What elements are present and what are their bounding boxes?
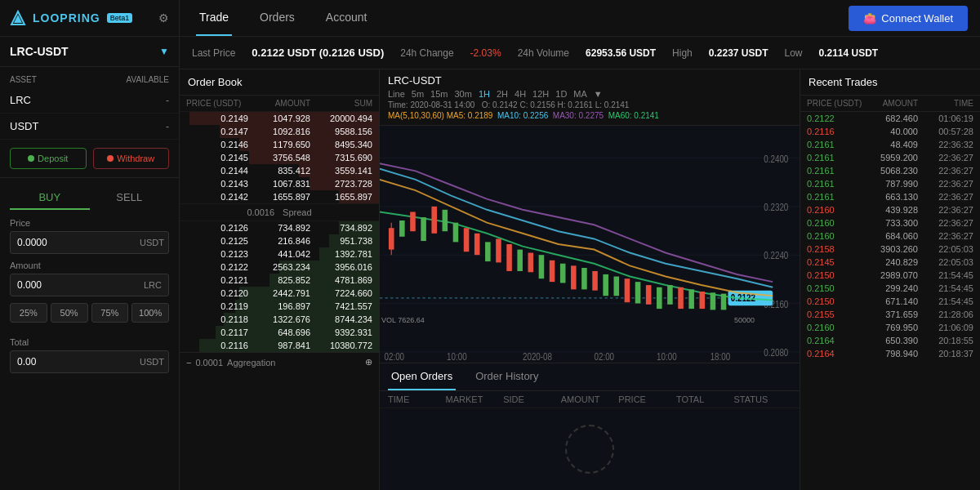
pair-selector[interactable]: LRC-USDT ▼: [0, 37, 179, 67]
total-input[interactable]: [17, 356, 140, 368]
ob-buy-amount: 1322.676: [248, 314, 310, 324]
buy-order-row[interactable]: 0.2121 825.852 4781.869: [180, 274, 379, 287]
tv-30m[interactable]: 30m: [454, 89, 471, 99]
last-price-label: Last Price: [192, 47, 235, 59]
content-area: LRC-USDT ▼ ASSET AVAILABLE LRC - USDT - …: [0, 37, 980, 490]
sell-order-row[interactable]: 0.2149 1047.928 20000.494: [180, 112, 379, 125]
buy-order-row[interactable]: 0.2117 648.696 9392.931: [180, 326, 379, 339]
svg-rect-38: [614, 277, 620, 296]
ob-buy-amount: 196.897: [248, 301, 310, 311]
trade-price: 0.2161: [807, 192, 862, 202]
nav-tab-trade[interactable]: Trade: [196, 0, 232, 36]
pct-50-button[interactable]: 50%: [51, 303, 88, 323]
svg-rect-35: [581, 268, 587, 289]
tv-12h[interactable]: 12H: [532, 89, 549, 99]
trade-row: 0.2161 663.130 22:36:27: [800, 190, 980, 203]
total-section: Total USDT: [0, 337, 179, 380]
trade-amount: 798.940: [862, 349, 918, 359]
amount-unit: LRC: [144, 280, 162, 290]
sell-tab[interactable]: SELL: [90, 186, 170, 210]
tv-4h[interactable]: 4H: [514, 89, 526, 99]
svg-rect-33: [560, 264, 566, 283]
svg-rect-41: [646, 285, 652, 305]
tv-ma10-label: MA10: 0.2256: [497, 111, 548, 120]
ob-buy-amount: 648.696: [248, 327, 310, 337]
rt-amount-header: AMOUNT: [862, 99, 918, 108]
buy-order-row[interactable]: 0.2118 1322.676 8744.234: [180, 313, 379, 326]
pct-75-button[interactable]: 75%: [91, 303, 129, 323]
sell-order-row[interactable]: 0.2147 1092.816 9588.156: [180, 125, 379, 138]
order-history-tab[interactable]: Order History: [472, 363, 541, 390]
tv-ma-arrow-icon[interactable]: ▼: [594, 89, 603, 99]
total-input-row[interactable]: USDT: [10, 350, 169, 373]
ob-sell-sum: 8495.340: [310, 140, 372, 149]
ob-sell-amount: 1067.831: [248, 179, 310, 189]
buy-order-row[interactable]: 0.2126 734.892 734.892: [180, 221, 379, 234]
ob-buy-sum: 734.892: [310, 223, 372, 233]
nav-tab-account[interactable]: Account: [323, 0, 371, 36]
trade-time: 22:36:32: [918, 140, 973, 149]
buy-order-row[interactable]: 0.2116 987.841 10380.772: [180, 339, 379, 352]
sell-order-row[interactable]: 0.2146 1179.650 8495.340: [180, 138, 379, 151]
logo-area: LOOPRING Beta1 ⚙: [0, 0, 180, 36]
tv-15m[interactable]: 15m: [430, 89, 448, 99]
agg-minus-icon[interactable]: −: [186, 358, 191, 368]
trade-row: 0.2122 682.460 01:06:19: [800, 112, 980, 125]
price-input[interactable]: [17, 237, 140, 248]
tv-ma5-label: MA(5,10,30,60) MA5: 0.2189: [388, 111, 492, 120]
agg-plus-icon[interactable]: ⊕: [365, 357, 372, 368]
tv-line[interactable]: Line: [388, 89, 405, 99]
gear-icon[interactable]: ⚙: [158, 11, 169, 24]
tv-1h[interactable]: 1H: [479, 89, 490, 99]
trade-row: 0.2161 48.409 22:36:32: [800, 138, 980, 151]
chart-area: 0.2400 0.2320 0.2240 0.2160 0.2080 0.212…: [380, 126, 800, 363]
svg-rect-39: [625, 278, 630, 302]
withdraw-button[interactable]: Withdraw: [93, 148, 170, 169]
trade-price: 0.2155: [807, 310, 862, 319]
ob-buy-price: 0.2119: [186, 301, 248, 311]
tv-ma[interactable]: MA: [573, 89, 587, 99]
amount-input-row[interactable]: LRC: [10, 274, 169, 296]
trade-time: 01:06:19: [918, 114, 973, 123]
logo-icon: [10, 10, 26, 26]
last-price: 0.2122 USDT (0.2126 USD): [252, 47, 384, 59]
tv-1d[interactable]: 1D: [555, 89, 567, 99]
tv-5m[interactable]: 5m: [412, 89, 424, 99]
sell-order-row[interactable]: 0.2143 1067.831 2723.728: [180, 177, 379, 190]
trade-amount: 684.060: [862, 231, 918, 241]
pct-100-button[interactable]: 100%: [131, 303, 169, 323]
pct-25-button[interactable]: 25%: [10, 303, 47, 323]
price-input-row[interactable]: USDT: [10, 231, 169, 254]
ob-buy-sum: 1392.781: [310, 249, 372, 259]
svg-text:0.2240: 0.2240: [764, 251, 788, 261]
connect-wallet-button[interactable]: 👛 Connect Wallet: [849, 6, 968, 31]
amount-input[interactable]: [17, 279, 144, 291]
open-orders-tab[interactable]: Open Orders: [388, 363, 456, 390]
buy-order-row[interactable]: 0.2122 2563.234 3956.016: [180, 261, 379, 274]
trade-time: 21:28:06: [918, 310, 973, 319]
trade-price: 0.2145: [807, 257, 862, 267]
trade-amount: 40.000: [862, 127, 918, 136]
order-book-title: Order Book: [180, 69, 379, 96]
tv-2h[interactable]: 2H: [497, 89, 508, 99]
ticker-bar: Last Price 0.2122 USDT (0.2126 USD) 24h …: [180, 37, 980, 69]
svg-rect-24: [464, 228, 470, 252]
trade-price: 0.2122: [807, 114, 862, 123]
ob-sell-amount: 1047.928: [248, 114, 310, 123]
ob-amount-header: AMOUNT: [248, 99, 310, 108]
sell-order-row[interactable]: 0.2145 3756.548 7315.690: [180, 151, 379, 164]
deposit-button[interactable]: Deposit: [10, 148, 87, 169]
sell-order-row[interactable]: 0.2144 835.412 3559.141: [180, 164, 379, 177]
buy-order-row[interactable]: 0.2123 441.042 1392.781: [180, 247, 379, 261]
buy-tab[interactable]: BUY: [10, 186, 90, 210]
buy-order-row[interactable]: 0.2120 2442.791 7224.660: [180, 287, 379, 300]
nav-tab-orders[interactable]: Orders: [256, 0, 298, 36]
trade-amount: 663.130: [862, 192, 918, 202]
spread-value: 0.0016: [247, 207, 274, 217]
buy-order-row[interactable]: 0.2125 216.846 951.738: [180, 234, 379, 247]
sell-order-row[interactable]: 0.2142 1655.897 1655.897: [180, 190, 379, 203]
buy-order-row[interactable]: 0.2119 196.897 7421.557: [180, 300, 379, 313]
svg-rect-18: [399, 220, 405, 237]
ob-headers: PRICE (USDT) AMOUNT SUM: [180, 96, 379, 112]
lrc-asset-value: -: [166, 95, 169, 106]
